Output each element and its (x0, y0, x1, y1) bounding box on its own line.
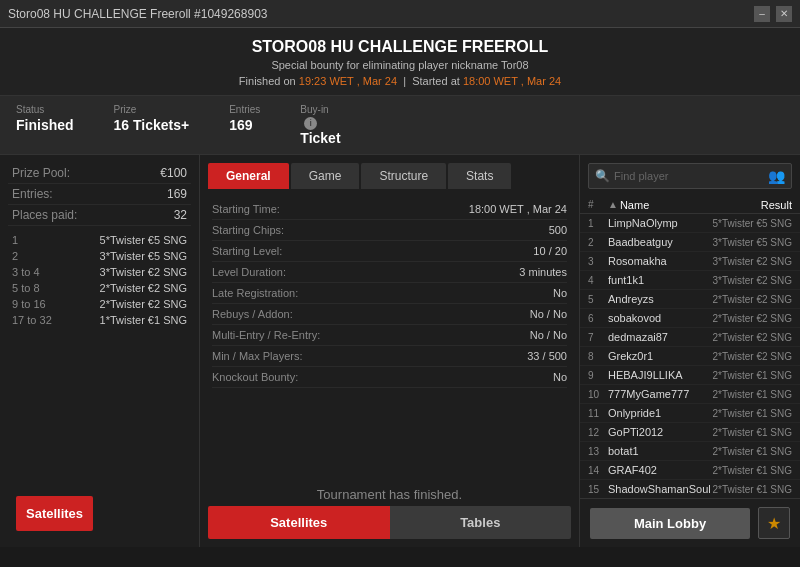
player-row[interactable]: 11Onlypride12*Twister €1 SNG (580, 404, 800, 423)
player-rank: 10 (588, 389, 608, 400)
player-name: Baadbeatguy (608, 236, 713, 248)
prize-position: 2 (12, 250, 52, 262)
info-label: Starting Level: (212, 245, 282, 257)
center-panel: GeneralGameStructureStats Starting Time:… (200, 155, 580, 547)
search-bar[interactable]: 🔍 👥 (588, 163, 792, 189)
player-row[interactable]: 6sobakovod2*Twister €2 SNG (580, 309, 800, 328)
player-row[interactable]: 2Baadbeatguy3*Twister €5 SNG (580, 233, 800, 252)
tabs: GeneralGameStructureStats (200, 155, 579, 189)
satellites-area: Satellites (0, 484, 199, 547)
sort-icon: ▲ (608, 199, 618, 211)
player-rank: 4 (588, 275, 608, 286)
tab-stats[interactable]: Stats (448, 163, 511, 189)
player-row[interactable]: 9HEBAJI9LLIKA2*Twister €1 SNG (580, 366, 800, 385)
player-row[interactable]: 8Grekz0r12*Twister €2 SNG (580, 347, 800, 366)
info-row: Level Duration:3 minutes (212, 262, 567, 283)
player-rank: 7 (588, 332, 608, 343)
window-title: Storo08 HU CHALLENGE Freeroll #104926890… (8, 7, 267, 21)
player-name: Andreyzs (608, 293, 713, 305)
favorite-button[interactable]: ★ (758, 507, 790, 539)
player-result: 2*Twister €2 SNG (713, 351, 792, 362)
prize-position: 5 to 8 (12, 282, 52, 294)
prize-list-item: 23*Twister €5 SNG (8, 248, 191, 264)
player-rank: 1 (588, 218, 608, 229)
info-value: 18:00 WET , Mar 24 (469, 203, 567, 215)
add-player-icon[interactable]: 👥 (768, 168, 785, 184)
prize-pool-label: Prize Pool: (12, 166, 70, 180)
player-rank: 11 (588, 408, 608, 419)
player-name: Grekz0r1 (608, 350, 713, 362)
info-label: Min / Max Players: (212, 350, 302, 362)
places-paid-label: Places paid: (12, 208, 77, 222)
player-row[interactable]: 3Rosomakha3*Twister €2 SNG (580, 252, 800, 271)
player-name: dedmazai87 (608, 331, 713, 343)
finished-time: 19:23 WET , Mar 24 (299, 75, 397, 87)
player-row[interactable]: 4funt1k13*Twister €2 SNG (580, 271, 800, 290)
player-rank: 8 (588, 351, 608, 362)
prize-pool-row: Prize Pool: €100 (8, 163, 191, 184)
prize-position: 17 to 32 (12, 314, 52, 326)
player-result: 2*Twister €1 SNG (713, 484, 792, 495)
prize-amount: 5*Twister €5 SNG (100, 234, 187, 246)
player-rank: 14 (588, 465, 608, 476)
started-label: Started at (412, 75, 460, 87)
search-input[interactable] (614, 170, 764, 182)
info-row: Late Registration:No (212, 283, 567, 304)
entries-label: Entries (229, 104, 260, 115)
title-bar: Storo08 HU CHALLENGE Freeroll #104926890… (0, 0, 800, 28)
stat-status: Status Finished (16, 104, 74, 146)
tab-game[interactable]: Game (291, 163, 360, 189)
entries-value-left: 169 (167, 187, 187, 201)
player-result: 5*Twister €5 SNG (713, 218, 792, 229)
minimize-button[interactable]: – (754, 6, 770, 22)
satellites-bottom-button[interactable]: Satellites (208, 506, 390, 539)
player-result: 3*Twister €2 SNG (713, 275, 792, 286)
info-row: Knockout Bounty:No (212, 367, 567, 388)
prize-list: 15*Twister €5 SNG23*Twister €5 SNG3 to 4… (8, 232, 191, 328)
col-name-header: Name (620, 199, 761, 211)
info-value: No / No (530, 329, 567, 341)
tab-structure[interactable]: Structure (361, 163, 446, 189)
info-value: 10 / 20 (533, 245, 567, 257)
player-result: 2*Twister €1 SNG (713, 408, 792, 419)
stats-bar: Status Finished Prize 16 Tickets+ Entrie… (0, 96, 800, 155)
prize-list-item: 15*Twister €5 SNG (8, 232, 191, 248)
prize-position: 9 to 16 (12, 298, 52, 310)
player-name: LimpNaOlymp (608, 217, 713, 229)
stat-prize: Prize 16 Tickets+ (114, 104, 190, 146)
places-paid-row: Places paid: 32 (8, 205, 191, 226)
entries-row: Entries: 169 (8, 184, 191, 205)
entries-label-left: Entries: (12, 187, 53, 201)
prize-value: 16 Tickets+ (114, 117, 190, 133)
player-name: 777MyGame777 (608, 388, 713, 400)
buyin-value: Ticket (300, 130, 340, 146)
player-name: GRAF402 (608, 464, 713, 476)
player-rank: 5 (588, 294, 608, 305)
player-row[interactable]: 13botat12*Twister €1 SNG (580, 442, 800, 461)
close-button[interactable]: ✕ (776, 6, 792, 22)
right-panel: 🔍 👥 # ▲ Name Result 1LimpNaOlymp5*Twiste… (580, 155, 800, 547)
finished-label: Finished on (239, 75, 296, 87)
player-result: 2*Twister €2 SNG (713, 332, 792, 343)
tables-button[interactable]: Tables (390, 506, 572, 539)
player-row[interactable]: 12GoPTi20122*Twister €1 SNG (580, 423, 800, 442)
prize-list-item: 3 to 43*Twister €2 SNG (8, 264, 191, 280)
header: STORO08 HU CHALLENGE FREEROLL Special bo… (0, 28, 800, 96)
player-row[interactable]: 10777MyGame7772*Twister €1 SNG (580, 385, 800, 404)
player-row[interactable]: 14GRAF4022*Twister €1 SNG (580, 461, 800, 480)
player-row[interactable]: 5Andreyzs2*Twister €2 SNG (580, 290, 800, 309)
info-row: Multi-Entry / Re-Entry:No / No (212, 325, 567, 346)
player-row[interactable]: 7dedmazai872*Twister €2 SNG (580, 328, 800, 347)
prize-amount: 3*Twister €2 SNG (100, 266, 187, 278)
player-row[interactable]: 15ShadowShamanSoul2*Twister €1 SNG (580, 480, 800, 498)
places-paid-value: 32 (174, 208, 187, 222)
prize-position: 1 (12, 234, 52, 246)
main-lobby-button[interactable]: Main Lobby (590, 508, 750, 539)
satellites-button[interactable]: Satellites (16, 496, 93, 531)
tab-general[interactable]: General (208, 163, 289, 189)
info-label: Starting Chips: (212, 224, 284, 236)
info-row: Min / Max Players:33 / 500 (212, 346, 567, 367)
player-row[interactable]: 1LimpNaOlymp5*Twister €5 SNG (580, 214, 800, 233)
prize-table: Prize Pool: €100 Entries: 169 Places pai… (0, 155, 199, 484)
player-name: botat1 (608, 445, 713, 457)
